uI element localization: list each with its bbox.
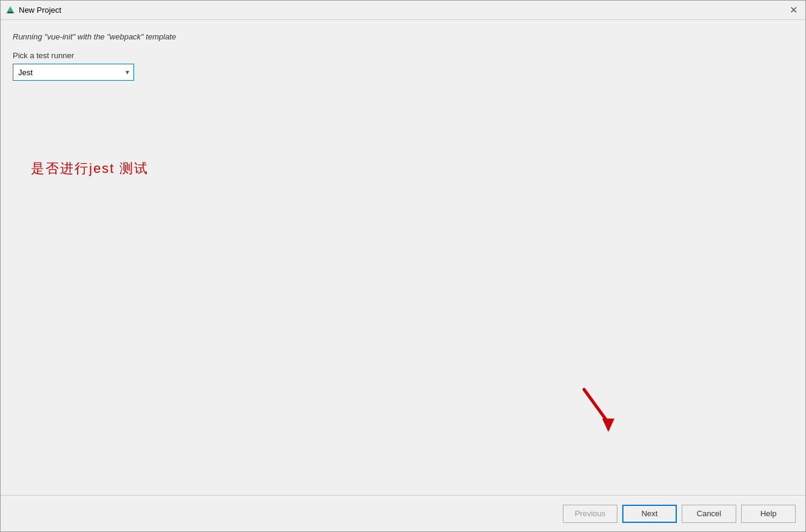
test-runner-select-wrapper: Jest Karma and Mocha none ▾ <box>13 64 134 81</box>
pick-runner-label: Pick a test runner <box>13 51 793 60</box>
app-icon <box>5 5 15 15</box>
arrow-annotation <box>572 383 620 440</box>
subtitle-text: Running "vue-init" with the "webpack" te… <box>13 32 793 41</box>
annotation-text: 是否进行jest 测试 <box>31 160 149 178</box>
red-arrow-icon <box>572 383 620 438</box>
cancel-button[interactable]: Cancel <box>682 505 736 523</box>
test-runner-select[interactable]: Jest Karma and Mocha none <box>13 64 134 81</box>
svg-line-3 <box>584 389 608 423</box>
previous-button[interactable]: Previous <box>563 505 617 523</box>
content-area: Running "vue-init" with the "webpack" te… <box>1 20 805 495</box>
next-button[interactable]: Next <box>622 505 677 523</box>
title-bar: New Project ✕ <box>1 1 805 20</box>
close-button[interactable]: ✕ <box>786 3 801 18</box>
bottom-bar: Previous Next Cancel Help <box>1 495 805 531</box>
window-title: New Project <box>19 5 61 15</box>
svg-marker-4 <box>602 419 614 432</box>
main-window: New Project ✕ Running "vue-init" with th… <box>0 0 806 532</box>
title-bar-left: New Project <box>5 5 61 15</box>
help-button[interactable]: Help <box>741 505 796 523</box>
